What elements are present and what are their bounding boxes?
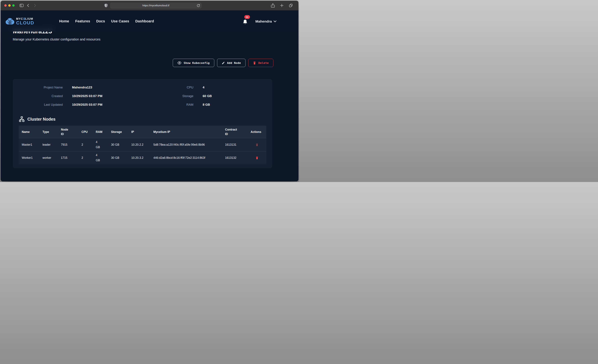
add-node-button[interactable]: Add Node <box>217 59 245 67</box>
nav-link-features[interactable]: Features <box>75 19 90 23</box>
col-type: Type <box>40 128 58 136</box>
node-type: worker <box>40 154 58 162</box>
created-label: Created <box>19 94 63 98</box>
trash-icon <box>256 143 258 146</box>
col-contract-id: Contract ID <box>222 126 248 138</box>
logo-stylized-e <box>23 18 25 20</box>
user-menu[interactable]: Mahendra <box>255 19 276 23</box>
logo-wordmark: MYCLIUM CLOUD <box>16 17 34 25</box>
node-actions <box>248 155 266 161</box>
nav-link-home[interactable]: Home <box>59 19 69 23</box>
node-id: 1715 <box>58 154 78 162</box>
cpu-label: CPU <box>144 85 193 90</box>
cluster-actions: Show Kubeconfig Add Node <box>13 59 273 67</box>
node-contract-id: 1613132 <box>222 154 248 162</box>
node-storage: 30 GB <box>108 141 128 149</box>
node-contract-id: 1613131 <box>222 141 248 149</box>
top-navbar: MYCLIUM CLOUD Home Features Docs Use Cas… <box>1 10 299 32</box>
ram-label: RAM <box>144 103 193 107</box>
delete-node-button[interactable] <box>256 143 258 146</box>
chevron-down-icon <box>274 20 276 22</box>
node-cpu: 2 <box>78 154 93 162</box>
project-name-value: Mahendra123 <box>72 85 135 90</box>
zoom-window-button[interactable] <box>12 4 15 7</box>
new-tab-icon[interactable] <box>279 3 285 8</box>
node-ram: 4 GB <box>93 151 108 164</box>
col-ram: RAM <box>93 128 108 136</box>
node-id: 7915 <box>58 141 78 149</box>
table-row-master1: Master1 leader 7915 2 4 GB 30 GB 10.20.2… <box>19 138 266 151</box>
col-name: Name <box>19 128 40 136</box>
minimize-window-button[interactable] <box>8 4 11 7</box>
mycelium-cloud-logo[interactable]: MYCLIUM CLOUD <box>5 17 34 25</box>
page-subtitle: Manage your Kubernetes cluster configura… <box>13 38 286 41</box>
node-name: Master1 <box>19 141 40 149</box>
eye-icon <box>177 61 181 65</box>
notification-count-badge: 11 <box>244 15 250 19</box>
url-text: https://myceliumcloud.tf <box>142 4 169 7</box>
reload-icon[interactable] <box>197 4 200 7</box>
delete-cluster-button[interactable]: Delete <box>248 59 273 67</box>
col-ip: IP <box>128 128 150 136</box>
node-ip: 10.20.3.2 <box>128 154 150 162</box>
logo-line-mycelium: MYCLIUM <box>16 17 34 20</box>
page-body: MYCLIUM CLOUD Home Features Docs Use Cas… <box>1 10 299 181</box>
nav-links: Home Features Docs Use Cases Dashboard <box>59 19 154 23</box>
show-kubeconfig-button[interactable]: Show Kubeconfig <box>173 59 214 67</box>
storage-label: Storage <box>144 94 193 98</box>
delete-node-button[interactable] <box>256 156 258 159</box>
col-storage: Storage <box>108 128 128 136</box>
notifications-button[interactable]: 11 <box>242 18 248 25</box>
nav-link-use-cases[interactable]: Use Cases <box>111 19 129 23</box>
project-name-label: Project Name <box>19 85 63 90</box>
pencil-icon <box>222 61 225 65</box>
node-name: Worker1 <box>19 154 40 162</box>
forward-button[interactable] <box>32 3 38 8</box>
back-button[interactable] <box>25 3 31 8</box>
created-value: 10/29/2025 03:07 PM <box>72 94 135 98</box>
trash-icon <box>256 156 258 159</box>
share-icon[interactable] <box>270 3 276 8</box>
col-cpu: CPU <box>78 128 93 136</box>
sidebar-toggle-icon[interactable] <box>19 3 25 8</box>
table-header-row: Name Type Node ID CPU RAM Storage IP Myc… <box>19 126 266 138</box>
trash-icon <box>253 61 256 65</box>
table-row-worker1: Worker1 worker 1715 2 4 GB 30 GB 10.20.3… <box>19 151 266 164</box>
cpu-value: 4 <box>203 85 266 90</box>
privacy-shield-icon[interactable] <box>104 3 108 8</box>
browser-window: https://myceliumcloud.tf <box>1 1 299 181</box>
ram-value: 8 GB <box>203 103 266 107</box>
storage-value: 60 GB <box>203 94 266 98</box>
node-ram: 4 GB <box>93 138 108 151</box>
traffic-lights <box>4 4 15 7</box>
user-name: Mahendra <box>255 19 272 23</box>
node-cpu: 2 <box>78 141 93 149</box>
network-nodes-icon <box>19 116 25 122</box>
cluster-nodes-title: Cluster Nodes <box>27 117 55 122</box>
node-ip: 10.20.2.2 <box>128 141 150 149</box>
node-mycelium-ip: 446:d2a6:8bcd:8c16:ff0f:72e2:3114:863f <box>150 154 222 162</box>
cluster-nodes-header: Cluster Nodes <box>19 116 266 122</box>
last-updated-value: 10/29/2025 03:07 PM <box>72 103 135 107</box>
node-type: leader <box>40 141 58 149</box>
cluster-info-card: Project Name Mahendra123 CPU 4 Created 1… <box>13 79 272 168</box>
logo-line-cloud: CLOUD <box>16 21 34 25</box>
bell-icon <box>242 19 248 25</box>
node-mycelium-ip: 5d8:78ea:a120:f40c:ff0f:a5fe:99e6:8b96 <box>150 141 222 149</box>
nav-link-docs[interactable]: Docs <box>96 19 105 23</box>
project-info-grid: Project Name Mahendra123 CPU 4 Created 1… <box>19 85 266 107</box>
col-mycelium-ip: Mycelium IP <box>150 128 222 136</box>
last-updated-label: Last Updated <box>19 103 63 107</box>
col-node-id: Node ID <box>58 126 78 138</box>
address-bar[interactable]: https://myceliumcloud.tf <box>110 2 202 9</box>
tab-overview-icon[interactable] <box>288 3 294 8</box>
col-actions: Actions <box>248 128 266 136</box>
node-storage: 30 GB <box>108 154 128 162</box>
node-actions <box>248 142 266 148</box>
close-window-button[interactable] <box>4 4 7 7</box>
cluster-nodes-table: Name Type Node ID CPU RAM Storage IP Myc… <box>19 126 266 164</box>
nav-link-dashboard[interactable]: Dashboard <box>135 19 154 23</box>
cloud-logo-icon <box>5 17 15 25</box>
browser-chrome: https://myceliumcloud.tf <box>1 1 299 10</box>
